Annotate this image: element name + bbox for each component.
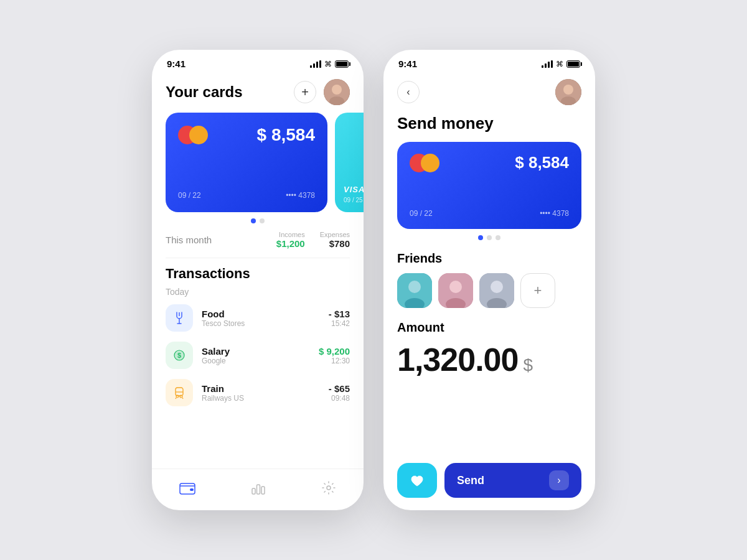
food-sub: Tesco Stores: [202, 319, 320, 328]
food-amount: - $13: [329, 309, 350, 319]
expenses-label: Expenses: [320, 231, 350, 238]
friend-1-avatar[interactable]: [397, 273, 432, 308]
svg-line-14: [182, 398, 183, 399]
header-actions: +: [294, 79, 350, 105]
svg-point-11: [176, 395, 179, 398]
phone-2: 9:41 ⌘ ‹: [383, 50, 595, 510]
page-title: Your cards: [166, 83, 243, 101]
cards-header: Your cards +: [152, 74, 364, 113]
send-card-dots: [383, 229, 595, 245]
transaction-food[interactable]: Food Tesco Stores - $13 15:42: [166, 304, 350, 332]
incomes-label: Incomes: [279, 231, 305, 238]
back-button[interactable]: ‹: [397, 81, 420, 103]
action-row: Send ›: [383, 453, 595, 510]
send-card-balance: $ 8,584: [515, 153, 569, 172]
incomes-value: $1,200: [276, 238, 305, 249]
transactions-title: Transactions: [166, 266, 350, 282]
this-month-label: This month: [166, 235, 261, 245]
dot-1[interactable]: [251, 218, 256, 223]
card-expiry: 09 / 22: [178, 191, 201, 200]
nav-settings[interactable]: [309, 478, 349, 498]
dot-2[interactable]: [260, 218, 265, 223]
amount-currency: $: [523, 355, 533, 375]
phone-1: 9:41 ⌘ Your cards +: [152, 50, 364, 510]
send-dot-3[interactable]: [496, 235, 500, 240]
card-dots: [152, 212, 364, 228]
train-sub: Railways US: [202, 394, 320, 403]
status-time-2: 9:41: [398, 58, 417, 69]
user-avatar[interactable]: [324, 79, 350, 105]
expenses-summary: Expenses $780: [320, 231, 350, 249]
send-header: ‹: [383, 74, 595, 111]
send-title: Send money: [383, 111, 595, 142]
friend-2-avatar[interactable]: [438, 273, 473, 308]
cards-scroll[interactable]: $ 8,584 09 / 22 •••• 4378 VISA 09 / 25: [152, 113, 364, 212]
send-card-footer: 09 / 22 •••• 4378: [410, 209, 569, 218]
nav-chart[interactable]: [238, 478, 279, 497]
favorite-button[interactable]: [397, 463, 437, 498]
transactions-date: Today: [166, 287, 350, 297]
food-time: 15:42: [331, 319, 350, 328]
transactions-section: Transactions Today Food Tesco: [152, 258, 364, 469]
svg-rect-19: [261, 487, 265, 494]
transaction-train[interactable]: Train Railways US - $65 09:48: [166, 379, 350, 406]
food-amount-col: - $13 15:42: [329, 309, 350, 328]
amount-value: 1,320.00: [397, 341, 518, 378]
train-icon: [166, 379, 193, 406]
send-dot-1[interactable]: [478, 235, 483, 240]
svg-point-28: [449, 281, 462, 293]
send-card[interactable]: $ 8,584 09 / 22 •••• 4378: [397, 142, 581, 229]
friends-section: Friends: [383, 245, 595, 310]
salary-sub: Google: [202, 357, 310, 365]
friend-3-avatar[interactable]: [479, 273, 514, 308]
svg-point-22: [563, 85, 573, 95]
friends-row: +: [397, 273, 581, 308]
signal-icon-2: [542, 60, 553, 68]
svg-point-20: [327, 486, 331, 490]
train-amount: - $65: [329, 383, 350, 394]
salary-amount-col: $ 9,200 12:30: [319, 346, 350, 365]
bottom-nav: [152, 469, 364, 510]
amount-label: Amount: [397, 320, 581, 335]
card-mastercard[interactable]: $ 8,584 09 / 22 •••• 4378: [166, 113, 327, 212]
svg-line-13: [176, 398, 176, 399]
svg-rect-18: [257, 485, 260, 494]
incomes-summary: Incomes $1,200: [276, 231, 305, 249]
visa-logo: VISA: [344, 185, 364, 194]
add-card-button[interactable]: +: [294, 81, 316, 103]
mastercard-logo: [178, 126, 208, 144]
salary-info: Salary Google: [202, 346, 310, 365]
visa-expiry: 09 / 25: [344, 197, 363, 203]
svg-text:$: $: [177, 352, 181, 359]
salary-icon: $: [166, 342, 193, 369]
svg-point-25: [408, 281, 421, 293]
mastercard-logo-2: [410, 154, 439, 172]
svg-point-1: [332, 85, 342, 95]
signal-icon: [310, 60, 321, 68]
wifi-icon: ⌘: [324, 60, 332, 68]
send-dot-2[interactable]: [487, 235, 492, 240]
status-bar-2: 9:41 ⌘: [383, 50, 595, 74]
send-card-expiry: 09 / 22: [410, 209, 433, 218]
card-number: •••• 4378: [286, 191, 315, 200]
status-bar-1: 9:41 ⌘: [152, 50, 364, 74]
user-avatar-2[interactable]: [555, 79, 581, 105]
card-footer: 09 / 22 •••• 4378: [178, 191, 315, 200]
food-icon: [166, 304, 193, 332]
svg-point-31: [491, 281, 503, 293]
add-friend-button[interactable]: +: [520, 273, 555, 308]
salary-name: Salary: [202, 346, 310, 357]
status-icons-2: ⌘: [542, 60, 580, 68]
friends-title: Friends: [397, 251, 581, 266]
battery-icon-2: [566, 60, 580, 68]
card-visa[interactable]: VISA 09 / 25: [335, 113, 364, 212]
month-summary: This month Incomes $1,200 Expenses $780: [152, 228, 364, 258]
transaction-salary[interactable]: $ Salary Google $ 9,200 12:30: [166, 342, 350, 369]
nav-wallet[interactable]: [167, 478, 208, 497]
svg-rect-16: [190, 488, 194, 491]
status-icons-1: ⌘: [310, 60, 349, 68]
send-button[interactable]: Send ›: [444, 463, 581, 498]
train-name: Train: [202, 383, 320, 394]
expenses-value: $780: [329, 238, 350, 249]
card-balance: $ 8,584: [257, 125, 315, 145]
